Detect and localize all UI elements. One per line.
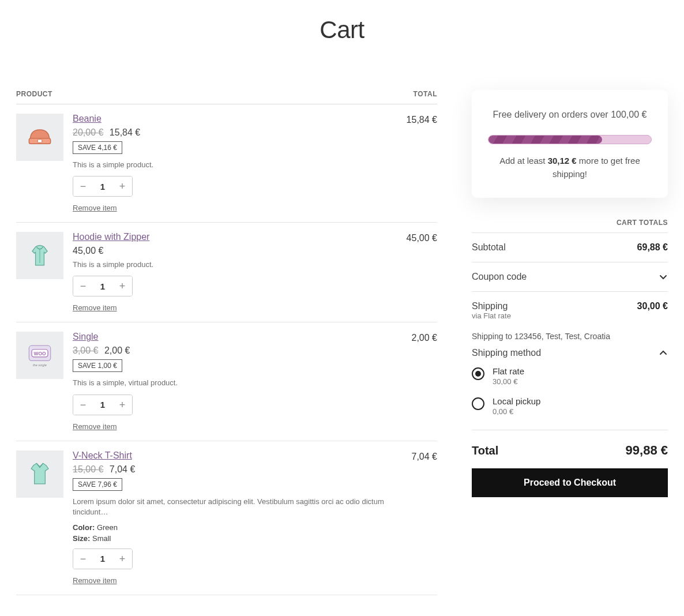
shipping-amount: 30,00 € [637, 301, 668, 311]
cart-item: Hoodie with Zipper 45,00 € This is a sim… [16, 223, 437, 322]
svg-text:the single: the single [33, 363, 47, 367]
save-badge: SAVE 1,00 € [73, 359, 122, 372]
old-price: 3,00 € [73, 345, 98, 355]
free-shipping-title: Free delivery on orders over 100,00 € [488, 110, 652, 120]
save-badge: SAVE 4,16 € [73, 141, 122, 154]
remove-item-link[interactable]: Remove item [73, 204, 117, 212]
save-badge: SAVE 7,96 € [73, 478, 122, 491]
free-shipping-message: Add at least 30,12 € more to get free sh… [488, 155, 652, 181]
variation-color-label: Color: [73, 523, 95, 532]
svg-rect-1 [37, 140, 42, 143]
product-thumb[interactable] [16, 450, 63, 498]
variation-size-label: Size: [73, 534, 90, 543]
product-thumb[interactable] [16, 232, 63, 279]
product-name-link[interactable]: Hoodie with Zipper [73, 232, 149, 242]
cart-item: WOO the single Single 3,00 € 2,00 € SAVE… [16, 322, 437, 441]
chevron-down-icon [659, 272, 668, 281]
shipping-method-label: Shipping method [472, 348, 541, 358]
qty-plus-button[interactable]: + [112, 176, 132, 196]
col-product: PRODUCT [16, 90, 52, 98]
page-title: Cart [16, 16, 668, 44]
qty-plus-button[interactable]: + [112, 395, 132, 415]
old-price: 15,00 € [73, 464, 103, 474]
chevron-up-icon [659, 348, 668, 358]
remove-item-link[interactable]: Remove item [73, 422, 117, 431]
woo-single-icon: WOO the single [24, 339, 56, 371]
product-name-link[interactable]: Single [73, 332, 98, 342]
hoodie-icon [24, 239, 56, 272]
qty-minus-button[interactable]: − [73, 176, 93, 196]
line-total: 15,84 € [407, 114, 437, 213]
product-name-link[interactable]: Beanie [73, 114, 102, 124]
radio-selected-icon [472, 367, 484, 380]
price: 7,04 € [110, 464, 135, 474]
shipping-destination: Shipping to 123456, Test, Test, Croatia [472, 332, 668, 341]
remove-item-link[interactable]: Remove item [73, 303, 117, 312]
progress-fill [488, 136, 602, 144]
shipping-option-price: 0,00 € [493, 407, 540, 416]
qty-input[interactable] [93, 395, 112, 415]
cart-totals-heading: CART TOTALS [472, 219, 668, 227]
old-price: 20,00 € [73, 127, 103, 137]
qty-minus-button[interactable]: − [73, 276, 93, 296]
beanie-icon [24, 121, 56, 153]
line-total: 7,04 € [412, 450, 437, 585]
quantity-stepper[interactable]: − + [73, 395, 133, 415]
variation-color-value: Green [97, 523, 118, 532]
qty-input[interactable] [93, 549, 112, 569]
cart-item: Beanie 20,00 € 15,84 € SAVE 4,16 € This … [16, 104, 437, 223]
shipping-option-name: Local pickup [493, 396, 540, 406]
product-desc: This is a simple, virtual product. [73, 378, 403, 388]
proceed-to-checkout-button[interactable]: Proceed to Checkout [472, 468, 668, 497]
shipping-option-price: 30,00 € [493, 377, 524, 386]
shipping-option-name: Flat rate [493, 366, 524, 376]
quantity-stepper[interactable]: − + [73, 176, 133, 197]
product-thumb[interactable] [16, 114, 63, 161]
line-total: 2,00 € [412, 332, 437, 431]
cart-item: V-Neck T-Shirt 15,00 € 7,04 € SAVE 7,96 … [16, 441, 437, 595]
total-label: Total [472, 444, 498, 457]
qty-plus-button[interactable]: + [112, 276, 132, 296]
quantity-stepper[interactable]: − + [73, 549, 133, 569]
free-shipping-progress [488, 135, 652, 144]
qty-plus-button[interactable]: + [112, 549, 132, 569]
product-desc: Lorem ipsum dolor sit amet, consectetur … [73, 497, 403, 517]
quantity-stepper[interactable]: − + [73, 276, 133, 296]
qty-minus-button[interactable]: − [73, 395, 93, 415]
qty-minus-button[interactable]: − [73, 549, 93, 569]
product-thumb[interactable]: WOO the single [16, 332, 63, 379]
coupon-label: Coupon code [472, 272, 527, 282]
product-name-link[interactable]: V-Neck T-Shirt [73, 450, 132, 461]
price: 2,00 € [104, 345, 130, 355]
svg-text:WOO: WOO [34, 351, 46, 356]
qty-input[interactable] [93, 176, 112, 196]
free-shipping-card: Free delivery on orders over 100,00 € Ad… [472, 90, 668, 198]
shipping-label: Shipping [472, 301, 511, 311]
product-desc: This is a simple product. [73, 260, 397, 270]
line-total: 45,00 € [407, 232, 437, 313]
col-total: TOTAL [414, 90, 437, 98]
shipping-method-toggle[interactable]: Shipping method [472, 348, 668, 358]
remove-item-link[interactable]: Remove item [73, 576, 117, 585]
shipping-via: via Flat rate [472, 311, 511, 320]
subtotal-value: 69,88 € [637, 242, 668, 253]
shipping-option-flat-rate[interactable]: Flat rate 30,00 € [472, 366, 668, 386]
product-desc: This is a simple product. [73, 160, 397, 170]
total-value: 99,88 € [626, 443, 668, 458]
qty-input[interactable] [93, 276, 112, 296]
price: 15,84 € [110, 127, 140, 137]
radio-unselected-icon [472, 397, 484, 410]
tshirt-icon [24, 458, 56, 490]
variation-size-value: Small [92, 534, 111, 543]
shipping-option-local-pickup[interactable]: Local pickup 0,00 € [472, 396, 668, 416]
subtotal-label: Subtotal [472, 242, 506, 253]
price: 45,00 € [73, 246, 103, 256]
coupon-toggle[interactable]: Coupon code [472, 262, 668, 291]
